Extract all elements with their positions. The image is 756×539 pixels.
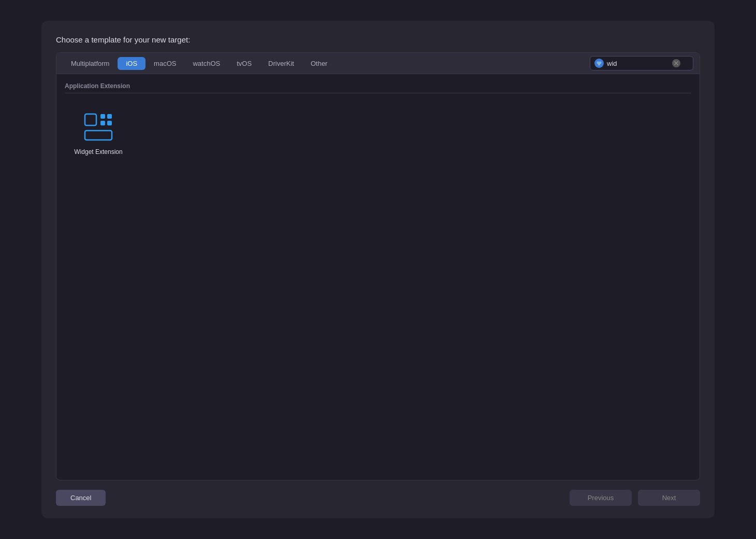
tab-driverkit[interactable]: DriverKit [260,57,302,70]
next-button[interactable]: Next [638,490,700,506]
footer-right: Previous Next [570,490,700,506]
svg-rect-6 [100,121,105,125]
search-wrapper: ✕ [590,56,693,70]
main-area: Multiplatform iOS macOS watchOS tvOS Dri… [56,52,700,480]
search-clear-icon[interactable]: ✕ [672,59,680,67]
widget-extension-icon [83,112,114,143]
previous-button[interactable]: Previous [570,490,632,506]
section-header: Application Extension [65,82,691,93]
dialog: Choose a template for your new target: M… [41,21,715,518]
svg-rect-3 [85,114,96,125]
tab-bar: Multiplatform iOS macOS watchOS tvOS Dri… [56,53,700,74]
tab-watchos[interactable]: watchOS [184,57,228,70]
tab-other[interactable]: Other [302,57,336,70]
template-grid: Widget Extension [65,103,691,165]
cancel-button[interactable]: Cancel [56,490,106,506]
template-label-widget-extension: Widget Extension [74,148,122,155]
tab-ios[interactable]: iOS [118,57,146,70]
svg-rect-7 [107,121,112,125]
svg-rect-5 [107,114,112,119]
content-area: Application Extension [56,74,700,480]
dialog-title: Choose a template for your new target: [56,35,700,44]
tab-macos[interactable]: macOS [146,57,184,70]
tab-multiplatform[interactable]: Multiplatform [63,57,118,70]
tab-tvos[interactable]: tvOS [228,57,260,70]
footer: Cancel Previous Next [56,490,700,506]
filter-icon [594,59,604,68]
template-item-widget-extension[interactable]: Widget Extension [65,103,132,165]
svg-rect-4 [100,114,105,119]
svg-rect-8 [85,131,112,140]
search-input[interactable] [607,60,669,67]
